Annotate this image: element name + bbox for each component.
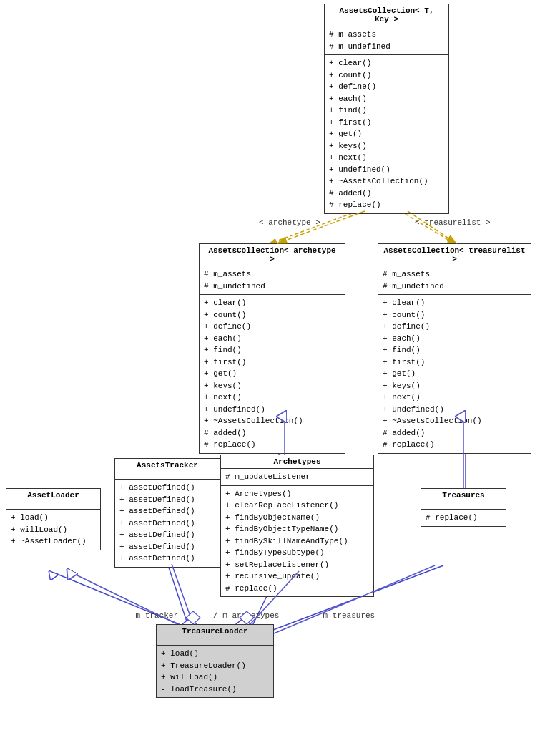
treasurelist-label: < treasurelist > <box>415 218 491 227</box>
field-m-assets: # m_assets <box>329 29 444 41</box>
asset-loader-title: AssetLoader <box>6 489 100 502</box>
assets-collection-t-fields: # m_assets # m_undefined <box>325 26 448 55</box>
asset-loader-box: AssetLoader + load() + willLoad() + ~Ass… <box>6 488 101 550</box>
asset-loader-methods: + load() + willLoad() + ~AssetLoader() <box>6 510 100 550</box>
assets-collection-t-methods: + clear() + count() + define() + each() … <box>325 55 448 213</box>
treasure-loader-fields <box>157 638 273 646</box>
svg-line-0 <box>270 211 358 243</box>
svg-line-12 <box>408 211 456 243</box>
archetypes-title: Archetypes <box>221 455 373 469</box>
m-archetypes-label: /-m_archetypes <box>213 611 279 620</box>
assets-tracker-box: AssetsTracker + assetDefined() + assetDe… <box>114 458 220 568</box>
svg-line-5 <box>168 565 190 630</box>
treasure-loader-methods: + load() + TreasureLoader() + willLoad()… <box>157 646 273 697</box>
assets-collection-treasurelist-fields: # m_assets # m_undefined <box>378 266 531 295</box>
archetype-label: < archetype > <box>259 218 320 227</box>
assets-tracker-methods: + assetDefined() + assetDefined() + asse… <box>115 480 220 567</box>
assets-collection-archetype-fields: # m_assets # m_undefined <box>200 266 345 295</box>
svg-line-4 <box>54 573 193 630</box>
assets-tracker-title: AssetsTracker <box>115 459 220 472</box>
treasures-title: Treasures <box>421 489 506 502</box>
treasure-loader-box: TreasureLoader + load() + TreasureLoader… <box>156 624 274 698</box>
diagram-container: AssetsCollection< T,Key > # m_assets # m… <box>0 0 560 753</box>
assets-collection-treasurelist-title: AssetsCollection< treasurelist > <box>378 244 531 266</box>
m-treasures-label: -m_treasures <box>318 611 375 620</box>
treasures-methods: # replace() <box>421 510 506 526</box>
assets-collection-archetype-box: AssetsCollection< archetype > # m_assets… <box>199 243 345 454</box>
assets-collection-archetype-methods: + clear() + count() + define() + each() … <box>200 295 345 453</box>
treasures-fields <box>421 502 506 510</box>
treasures-box: Treasures # replace() <box>421 488 506 527</box>
archetypes-methods: + Archetypes() + clearReplaceListener() … <box>221 486 373 597</box>
svg-marker-17 <box>186 611 200 624</box>
assets-collection-t-box: AssetsCollection< T,Key > # m_assets # m… <box>324 4 449 214</box>
field-m-undefined: # m_undefined <box>329 41 444 53</box>
assets-tracker-fields <box>115 472 220 480</box>
svg-line-11 <box>277 211 365 243</box>
assets-collection-treasurelist-methods: + clear() + count() + define() + each() … <box>378 295 531 453</box>
archetypes-box: Archetypes # m_updateListener + Archetyp… <box>220 455 374 597</box>
m-tracker-label: -m_tracker <box>131 611 178 620</box>
assets-collection-treasurelist-box: AssetsCollection< treasurelist > # m_ass… <box>378 243 531 454</box>
asset-loader-fields <box>6 502 100 510</box>
svg-line-1 <box>401 211 454 243</box>
assets-collection-archetype-title: AssetsCollection< archetype > <box>200 244 345 266</box>
archetypes-fields: # m_updateListener <box>221 469 373 486</box>
treasure-loader-title: TreasureLoader <box>157 625 273 638</box>
assets-collection-t-title: AssetsCollection< T,Key > <box>325 4 448 26</box>
